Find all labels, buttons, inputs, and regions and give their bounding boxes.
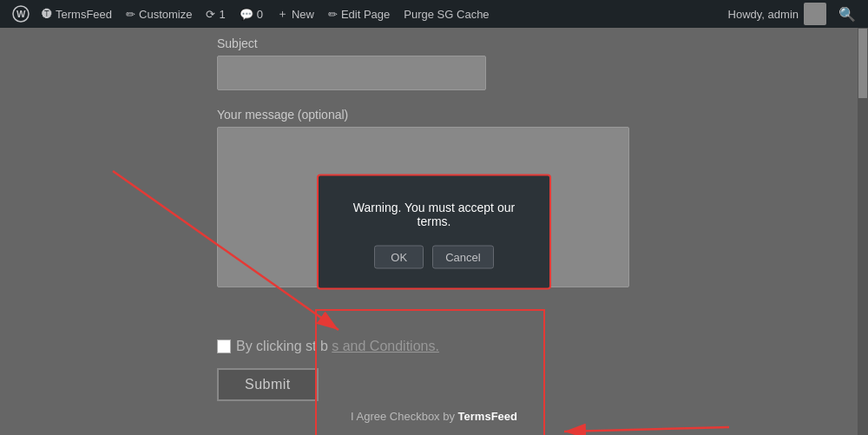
edit-icon: ✏ [328, 8, 338, 21]
avatar [804, 3, 826, 25]
page-content: Subject Your message (optional) By click… [0, 28, 868, 435]
checkbox-text: By clicking st b s and Conditions. [236, 339, 439, 354]
submit-section: Submit [217, 368, 319, 401]
pencil-icon: ✏ [126, 8, 135, 21]
submit-button[interactable]: Submit [217, 368, 319, 401]
comments-icon: 💬 [240, 8, 253, 21]
edit-page-button[interactable]: ✏ Edit Page [321, 0, 397, 28]
plus-icon: ＋ [277, 6, 288, 22]
attribution: I Agree Checkbox by TermsFeed [351, 410, 517, 423]
agree-checkbox[interactable] [217, 339, 231, 353]
ok-button[interactable]: OK [374, 245, 424, 268]
purge-cache-button[interactable]: Purge SG Cache [397, 0, 496, 28]
customize-button[interactable]: ✏ Customize [119, 0, 199, 28]
subject-input[interactable] [217, 56, 486, 90]
new-content-button[interactable]: ＋ New [270, 0, 321, 28]
attribution-prefix: I Agree Checkbox by [351, 410, 458, 423]
scrollbar[interactable] [858, 28, 868, 435]
wp-logo[interactable]: W [7, 0, 35, 28]
subject-section: Subject [217, 36, 486, 102]
dialog-buttons: OK Cancel [346, 245, 522, 268]
svg-line-4 [564, 427, 729, 432]
warning-text: Warning. You must accept our terms. [346, 200, 522, 227]
terms-link[interactable]: s and Conditions. [332, 339, 439, 353]
cancel-button[interactable]: Cancel [432, 245, 493, 268]
termsfeed-link[interactable]: 🅣 TermsFeed [35, 0, 119, 28]
scrollbar-thumb[interactable] [858, 29, 867, 98]
search-button[interactable]: 🔍 [833, 0, 861, 28]
termsfeed-label: TermsFeed [56, 8, 112, 21]
svg-text:W: W [16, 9, 26, 19]
search-icon: 🔍 [838, 6, 856, 23]
comments-button[interactable]: 💬 0 [233, 0, 270, 28]
checkbox-section: By clicking st b s and Conditions. [217, 339, 439, 354]
howdy-label: Howdy, admin [728, 8, 799, 21]
updates-button[interactable]: ⟳ 1 [199, 0, 232, 28]
warning-dialog: Warning. You must accept our terms. OK C… [317, 174, 551, 289]
updates-icon: ⟳ [206, 8, 215, 21]
adminbar-right: Howdy, admin 🔍 [721, 0, 861, 28]
termsfeed-favicon: 🅣 [42, 8, 52, 20]
subject-label: Subject [217, 36, 486, 50]
user-menu[interactable]: Howdy, admin [721, 0, 833, 28]
message-label: Your message (optional) [217, 108, 629, 122]
attribution-brand: TermsFeed [458, 410, 517, 423]
admin-bar: W 🅣 TermsFeed ✏ Customize ⟳ 1 💬 0 ＋ New … [0, 0, 868, 28]
